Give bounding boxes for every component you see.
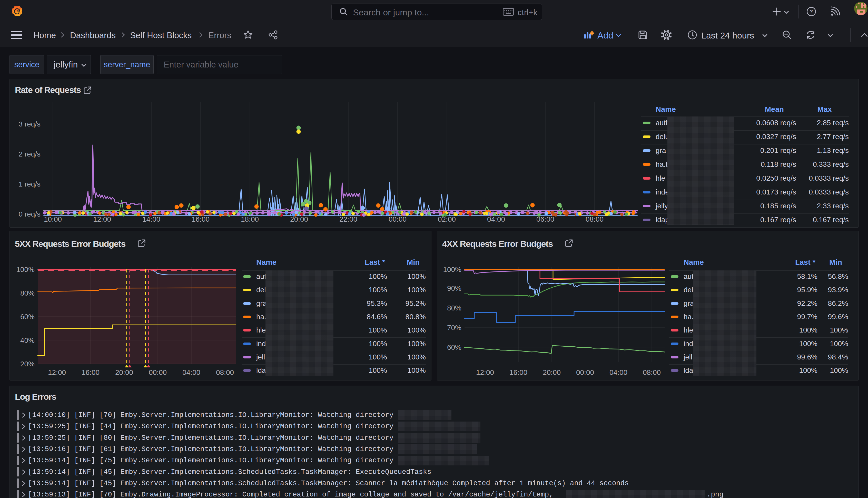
svg-text:?: ? <box>810 9 813 14</box>
